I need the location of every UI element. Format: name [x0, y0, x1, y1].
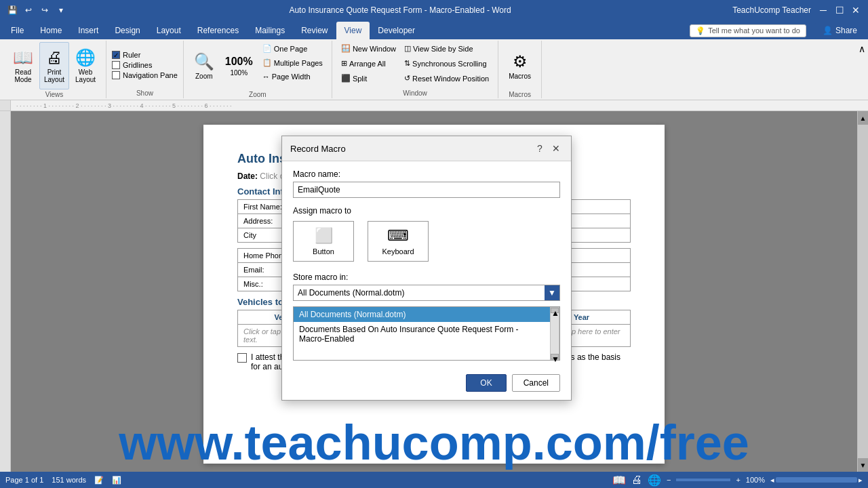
zoom-content: 🔍 Zoom 100% 100% 📄 One Page 📋 Multiple P…	[189, 42, 326, 89]
scroll-thumb[interactable]	[858, 125, 868, 458]
macros-content: ⚙ Macros	[504, 42, 536, 89]
ruler-corner	[0, 100, 11, 110]
dropdown-scrollbar[interactable]: ▲ ▼	[550, 307, 559, 360]
show-checks: ✓ Ruler Gridlines Navigation Pane	[112, 42, 178, 88]
button-assign-icon: ⬜	[315, 227, 333, 245]
read-mode-button[interactable]: 📖 ReadMode	[8, 42, 38, 89]
multiple-pages-button[interactable]: 📋 Multiple Pages	[259, 56, 326, 69]
ribbon-group-window: 🪟 New Window ⊞ Arrange All ⬛ Split ◫ Vie…	[332, 41, 498, 98]
customize-qat-button[interactable]: ▾	[54, 3, 68, 17]
scroll-down-button[interactable]: ▼	[858, 458, 868, 472]
misc-value	[564, 277, 630, 291]
print-layout-status-button[interactable]: 🖨	[631, 474, 642, 486]
gridlines-checkbox[interactable]	[112, 61, 120, 69]
store-macro-label: Store macro in:	[293, 272, 560, 282]
page-width-button[interactable]: ↔ Page Width	[259, 70, 326, 83]
redo-button[interactable]: ↪	[38, 3, 52, 17]
restore-button[interactable]: ☐	[833, 3, 846, 17]
read-mode-status-button[interactable]: 📖	[612, 474, 626, 487]
zoom-in-button[interactable]: +	[736, 476, 740, 484]
proofing-icon: 📝	[94, 476, 104, 485]
print-layout-button[interactable]: 🖨 PrintLayout	[39, 42, 69, 89]
web-layout-status-button[interactable]: 🌐	[648, 474, 661, 487]
status-left: Page 1 of 1 151 words 📝 📊	[5, 476, 121, 485]
zoom-button[interactable]: 🔍 Zoom	[189, 42, 219, 89]
ruler-checkbox[interactable]: ✓	[112, 51, 120, 59]
keyboard-assign-icon: ⌨	[387, 227, 409, 245]
horizontal-scrollbar[interactable]: ◂ ▸	[770, 476, 863, 485]
zoom-col: 📄 One Page 📋 Multiple Pages ↔ Page Width	[259, 42, 326, 83]
cancel-button[interactable]: Cancel	[512, 374, 560, 392]
reset-window-button[interactable]: ↺ Reset Window Position	[401, 72, 492, 85]
tab-insert[interactable]: Insert	[70, 22, 106, 39]
scrollbar-down[interactable]: ▼	[551, 354, 559, 359]
title-bar-right: TeachUcomp Teacher ─ ☐ ✕	[732, 3, 863, 17]
save-button[interactable]: 💾	[5, 3, 19, 17]
scrollbar-up[interactable]: ▲	[551, 308, 559, 313]
new-window-button[interactable]: 🪟 New Window	[338, 42, 399, 55]
window-controls: ─ ☐ ✕	[816, 3, 863, 17]
multiple-pages-icon: 📋	[262, 58, 272, 67]
store-dropdown-arrow[interactable]: ▼	[545, 285, 559, 300]
zoom-out-button[interactable]: −	[667, 476, 671, 484]
tell-me-input[interactable]: 💡 Tell me what you want to do	[690, 24, 806, 37]
status-bar: Page 1 of 1 151 words 📝 📊 📖 🖨 🌐 − + 100%…	[0, 472, 868, 488]
zoom-100-button[interactable]: 100% 100%	[220, 42, 258, 89]
store-dropdown-value[interactable]: All Documents (Normal.dotm)	[294, 285, 545, 300]
tab-file[interactable]: File	[3, 22, 32, 39]
share-button[interactable]: 👤 Share	[814, 23, 865, 38]
sync-scroll-button[interactable]: ⇅ Synchronous Scrolling	[401, 57, 492, 70]
dialog-close-button[interactable]: ✕	[549, 142, 563, 155]
ok-button[interactable]: OK	[466, 374, 506, 392]
macro-name-input[interactable]	[293, 182, 560, 198]
title-bar-left: 💾 ↩ ↪ ▾	[5, 3, 68, 17]
button-assign-label: Button	[313, 247, 334, 256]
collapse-ribbon-button[interactable]: ∧	[859, 43, 865, 54]
tab-layout[interactable]: Layout	[149, 22, 189, 39]
quick-access-toolbar: 💾 ↩ ↪ ▾	[5, 3, 68, 17]
tab-references[interactable]: References	[189, 22, 247, 39]
tell-me-text: Tell me what you want to do	[708, 26, 800, 35]
dropdown-item-0[interactable]: All Documents (Normal.dotm)	[294, 307, 550, 322]
h-scroll-thumb[interactable]	[776, 477, 857, 483]
dropdown-item-1[interactable]: Documents Based On Auto Insurance Quote …	[294, 322, 550, 346]
side-by-side-icon: ◫	[404, 44, 411, 53]
ruler-check-label[interactable]: ✓ Ruler	[112, 51, 140, 59]
scroll-left-button[interactable]: ◂	[770, 476, 774, 485]
dialog-title: Record Macro	[290, 144, 346, 154]
one-page-button[interactable]: 📄 One Page	[259, 42, 326, 55]
dialog-help-button[interactable]: ?	[533, 142, 547, 155]
macros-label: Macros	[509, 91, 531, 98]
nav-pane-checkbox[interactable]	[112, 71, 120, 79]
tab-view[interactable]: View	[336, 22, 370, 39]
gridlines-check-label[interactable]: Gridlines	[112, 61, 152, 69]
undo-button[interactable]: ↩	[22, 3, 35, 17]
button-assign-button[interactable]: ⬜ Button	[293, 221, 354, 262]
window-label: Window	[403, 89, 427, 97]
web-layout-icon: 🌐	[75, 48, 96, 67]
tab-review[interactable]: Review	[293, 22, 336, 39]
macros-icon: ⚙	[513, 52, 528, 71]
scroll-up-button[interactable]: ▲	[858, 111, 868, 125]
web-layout-button[interactable]: 🌐 WebLayout	[71, 42, 100, 89]
scroll-right-button[interactable]: ▸	[859, 476, 863, 485]
macros-button[interactable]: ⚙ Macros	[504, 42, 536, 89]
vertical-scrollbar[interactable]: ▲ ▼	[857, 111, 868, 472]
arrange-all-button[interactable]: ⊞ Arrange All	[338, 57, 399, 70]
nav-pane-check-label[interactable]: Navigation Pane	[112, 71, 178, 79]
attest-checkbox[interactable]	[237, 353, 247, 363]
dropdown-items: All Documents (Normal.dotm) Documents Ba…	[294, 307, 550, 360]
ruler-area: · · · · · · · · 1 · · · · · · · · 2 · · …	[0, 100, 868, 111]
tab-home[interactable]: Home	[32, 22, 70, 39]
keyboard-assign-button[interactable]: ⌨ Keyboard	[368, 221, 429, 262]
view-side-by-side-button[interactable]: ◫ View Side by Side	[401, 42, 492, 55]
word-count: 151 words	[52, 476, 86, 484]
tab-mailings[interactable]: Mailings	[247, 22, 293, 39]
tab-developer[interactable]: Developer	[370, 22, 423, 39]
minimize-button[interactable]: ─	[816, 3, 830, 17]
tab-design[interactable]: Design	[106, 22, 148, 39]
split-button[interactable]: ⬛ Split	[338, 72, 399, 85]
close-button[interactable]: ✕	[849, 3, 863, 17]
zoom-slider[interactable]	[676, 479, 730, 481]
horizontal-ruler: · · · · · · · · 1 · · · · · · · · 2 · · …	[11, 100, 868, 110]
